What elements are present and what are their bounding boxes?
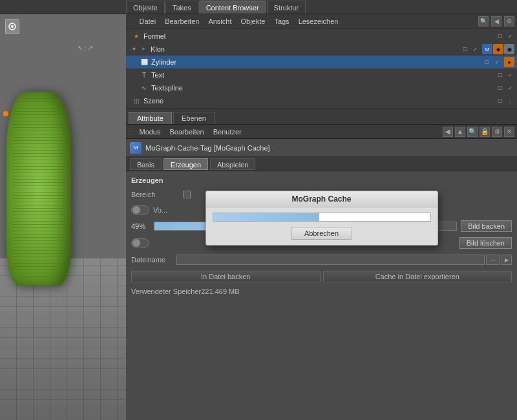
menu-objekte[interactable]: Objekte bbox=[236, 16, 269, 26]
sub-tab-erzeugen[interactable]: Erzeugen bbox=[164, 158, 208, 170]
popup-progress-row bbox=[206, 207, 438, 224]
zylinder-check2[interactable]: ✓ bbox=[492, 58, 501, 67]
textspline-check1[interactable]: ☐ bbox=[495, 83, 504, 92]
dateiname-arrow-button[interactable]: ▶ bbox=[501, 255, 512, 265]
klon-controls: ☐ ✓ bbox=[460, 45, 480, 54]
dateiname-row: Dateiname ··· ▶ bbox=[131, 253, 512, 267]
dateiname-label: Dateiname bbox=[131, 256, 176, 264]
zylinder-tag-dot[interactable]: ● bbox=[504, 57, 514, 67]
bild-backen-button[interactable]: Bild backen bbox=[461, 220, 512, 232]
szene-name: Szene bbox=[143, 97, 495, 105]
klon-name: Klon bbox=[151, 45, 460, 53]
erzeugen-section-title: Erzeugen bbox=[131, 176, 512, 184]
menu-tags[interactable]: Tags bbox=[269, 16, 293, 26]
object-row-klon[interactable]: ▼ ✦ Klon ☐ ✓ M ◆ ◉ bbox=[126, 43, 517, 56]
szene-check2[interactable]: : bbox=[505, 96, 514, 105]
tab-attribute[interactable]: Attribute bbox=[129, 112, 172, 124]
search-icon-btn[interactable]: 🔍 bbox=[478, 16, 489, 26]
text-controls: ☐ ✓ bbox=[495, 70, 514, 79]
tab-takes[interactable]: Takes bbox=[165, 1, 198, 14]
viewport-arrows: ↖↑↗ bbox=[78, 43, 93, 52]
menu-lesezeichen[interactable]: Lesezeichen bbox=[294, 16, 343, 26]
tag-mograph[interactable]: M bbox=[482, 44, 492, 54]
textspline-name: Textspline bbox=[151, 84, 495, 92]
szene-icon: ◫ bbox=[131, 96, 142, 106]
app-container: Objekte Takes Content Browser Struktur ↖… bbox=[0, 0, 517, 420]
tab-content-browser[interactable]: Content Browser bbox=[199, 1, 266, 14]
3d-viewport: ↖↑↗ bbox=[0, 14, 126, 420]
sub-tab-abspielen[interactable]: Abspielen bbox=[210, 158, 255, 170]
tag-gray[interactable]: ◉ bbox=[504, 44, 514, 54]
textspline-icon: ∿ bbox=[139, 83, 149, 93]
menu-datei[interactable]: Datei bbox=[134, 16, 160, 26]
3d-object bbox=[6, 92, 71, 286]
top-tab-bar: Objekte Takes Content Browser Struktur bbox=[0, 0, 517, 14]
object-list: ★ Formel ☐ ✓ ▼ ✦ Klon ☐ ✓ bbox=[126, 28, 517, 109]
popup-progress-fill bbox=[213, 213, 320, 221]
zylinder-check1[interactable]: ☐ bbox=[482, 58, 491, 67]
object-row-text[interactable]: T Text ☐ ✓ bbox=[126, 68, 517, 81]
object-row-formel[interactable]: ★ Formel ☐ ✓ bbox=[126, 30, 517, 43]
tag-title-bar: M MoGraph-Cache-Tag [MoGraph Cache] bbox=[126, 139, 517, 157]
second-toggle-knob bbox=[132, 239, 140, 247]
tab-struktur[interactable]: Struktur bbox=[267, 1, 306, 14]
dateiname-dots-button[interactable]: ··· bbox=[486, 255, 500, 265]
attr-close-icon[interactable]: ✕ bbox=[504, 127, 514, 137]
klon-check2[interactable]: ✓ bbox=[470, 45, 480, 54]
text-check1[interactable]: ☐ bbox=[495, 70, 504, 79]
von-toggle[interactable] bbox=[131, 205, 149, 215]
attr-menu-bearbeiten[interactable]: Bearbeiten bbox=[165, 127, 209, 137]
popup-title: MoGraph Cache bbox=[206, 191, 438, 207]
attr-arrow-icon[interactable]: ▲ bbox=[455, 127, 465, 137]
object-row-zylinder[interactable]: ⬜ Zylinder ☐ ✓ ● bbox=[126, 56, 517, 68]
viewport-camera-icon bbox=[5, 19, 19, 34]
textspline-check2[interactable]: ✓ bbox=[505, 83, 514, 92]
sub-tab-basis[interactable]: Basis bbox=[130, 158, 162, 170]
abbrechen-button[interactable]: Abbrechen bbox=[291, 227, 352, 240]
attr-gear-icon[interactable]: ⚙ bbox=[492, 127, 502, 137]
progress-pct: 49% bbox=[131, 222, 154, 230]
attribute-tab-bar: Attribute Ebenen bbox=[126, 109, 517, 125]
text-icon: T bbox=[139, 70, 149, 80]
attr-arrow-left-icon[interactable]: ◀ bbox=[443, 127, 453, 137]
arrow-left-icon-btn[interactable]: ◀ bbox=[491, 16, 501, 26]
zylinder-icon: ⬜ bbox=[139, 57, 149, 67]
in-datei-backen-button[interactable]: In Datei backen bbox=[131, 271, 321, 282]
tab-ebenen[interactable]: Ebenen bbox=[173, 112, 215, 124]
tag-orange[interactable]: ◆ bbox=[493, 44, 503, 54]
menu-ansicht[interactable]: Ansicht bbox=[204, 16, 236, 26]
formel-check2[interactable]: ✓ bbox=[505, 32, 514, 41]
menu-bearbeiten[interactable]: Bearbeiten bbox=[160, 16, 204, 26]
speicher-row: Verwendeter Speicher221.469 MB bbox=[131, 288, 512, 295]
attr-menu-modus[interactable]: Modus bbox=[134, 127, 165, 137]
speicher-label: Verwendeter Speicher bbox=[131, 288, 201, 295]
attr-search-icon[interactable]: 🔍 bbox=[467, 127, 478, 137]
speicher-value: 221.469 MB bbox=[201, 288, 239, 295]
bottom-buttons: In Datei backen Cache in Datei exportier… bbox=[131, 271, 512, 282]
formel-check1[interactable]: ☐ bbox=[495, 32, 504, 41]
erzeugen-panel: Erzeugen Bereich Vo... 49% bbox=[126, 171, 517, 420]
mograph-cache-popup: MoGraph Cache Abbrechen bbox=[206, 191, 438, 246]
attr-lock-icon[interactable]: 🔒 bbox=[480, 127, 490, 137]
text-check2[interactable]: ✓ bbox=[505, 70, 514, 79]
menu-bar: Datei Bearbeiten Ansicht Objekte Tags Le… bbox=[126, 14, 517, 28]
formel-controls: ☐ ✓ bbox=[495, 32, 514, 41]
dateiname-input[interactable] bbox=[176, 255, 485, 265]
tag-title-text: MoGraph-Cache-Tag [MoGraph Cache] bbox=[145, 144, 270, 152]
bereich-checkbox[interactable] bbox=[183, 191, 191, 198]
tab-objekte[interactable]: Objekte bbox=[126, 1, 165, 14]
formel-name: Formel bbox=[143, 32, 495, 40]
second-toggle[interactable] bbox=[131, 238, 149, 247]
klon-icon: ✦ bbox=[138, 44, 149, 54]
klon-expand-icon[interactable]: ▼ bbox=[131, 46, 137, 52]
szene-check1[interactable]: ☐ bbox=[495, 96, 504, 105]
svg-point-1 bbox=[11, 25, 14, 28]
object-row-textspline[interactable]: ∿ Textspline ☐ ✓ bbox=[126, 81, 517, 94]
gear-icon-btn[interactable]: ⚙ bbox=[504, 16, 514, 26]
cache-export-button[interactable]: Cache in Datei exportieren bbox=[323, 271, 512, 282]
attr-menu-benutzer[interactable]: Benutzer bbox=[209, 127, 246, 137]
bild-loeschen-button[interactable]: Bild löschen bbox=[459, 237, 512, 249]
object-row-szene[interactable]: ◫ Szene ☐ : bbox=[126, 94, 517, 107]
klon-tag-icons: M ◆ ◉ bbox=[482, 44, 514, 54]
klon-check1[interactable]: ☐ bbox=[460, 45, 469, 54]
